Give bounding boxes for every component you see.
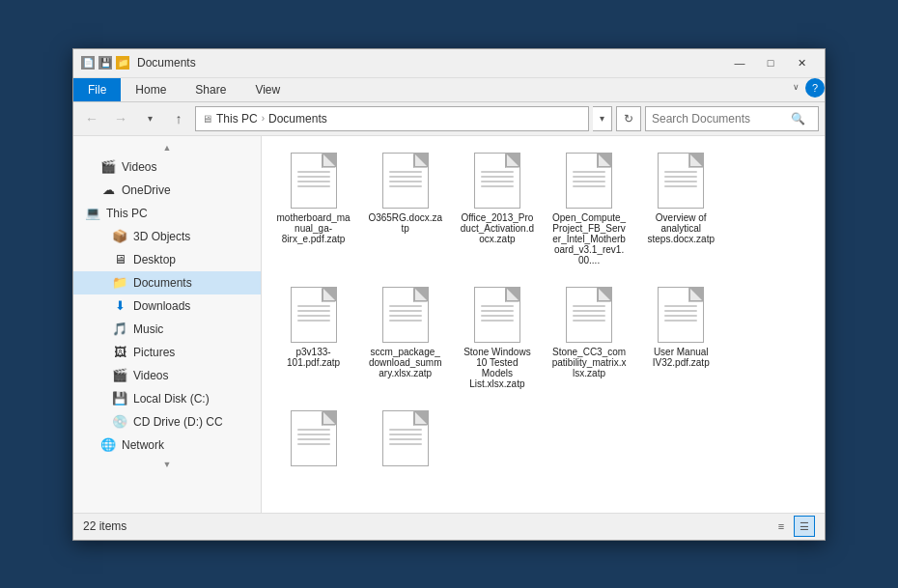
- help-button[interactable]: ?: [805, 78, 825, 98]
- videos2-icon: 🎬: [112, 368, 127, 383]
- sidebar-item-3d-objects[interactable]: 📦 3D Objects: [73, 225, 261, 248]
- list-item[interactable]: motherboard_manual_ga-8irx_e.pdf.zatp: [271, 146, 355, 272]
- list-item[interactable]: Stone_CC3_compatibility_matrix.xlsx.zatp: [547, 280, 631, 396]
- file-doc-icon: [658, 287, 704, 343]
- sidebar-item-cd-drive[interactable]: 💿 CD Drive (D:) CC: [73, 410, 261, 434]
- file-doc-icon: [474, 287, 520, 343]
- status-bar: 22 items ≡ ☰: [73, 513, 825, 540]
- sidebar-item-network[interactable]: 🌐 Network: [73, 434, 261, 457]
- music-icon: 🎵: [112, 322, 127, 337]
- breadcrumb-this-pc[interactable]: This PC: [216, 112, 258, 126]
- sidebar-item-this-pc[interactable]: 💻 This PC: [73, 202, 261, 225]
- file-name: p3v133-101.pdf.zatp: [276, 347, 351, 368]
- videos-icon: 🎬: [100, 159, 116, 175]
- file-doc-icon: [566, 153, 612, 209]
- sidebar-item-music[interactable]: 🎵 Music: [73, 318, 261, 341]
- tab-home[interactable]: Home: [121, 78, 181, 101]
- sidebar-item-label: This PC: [106, 207, 148, 220]
- address-bar-icon: 🖥: [202, 113, 212, 125]
- tab-file[interactable]: File: [73, 78, 121, 101]
- forward-button[interactable]: →: [108, 107, 133, 130]
- list-item[interactable]: Office_2013_Product_Activation.docx.zatp: [455, 146, 539, 272]
- list-item[interactable]: Stone Windows 10 Tested Models List.xlsx…: [455, 280, 539, 396]
- onedrive-icon: ☁: [100, 182, 116, 198]
- documents-icon: 📁: [112, 275, 127, 291]
- sidebar-item-label: Music: [133, 322, 163, 336]
- file-doc-icon: [382, 287, 429, 343]
- sidebar-item-label: Pictures: [133, 346, 175, 359]
- sidebar-item-label: CD Drive (D:) CC: [133, 415, 223, 429]
- cd-drive-icon: 💿: [112, 414, 127, 430]
- view-list-button[interactable]: ≡: [771, 516, 792, 537]
- minimize-button[interactable]: —: [724, 51, 755, 74]
- breadcrumb-documents[interactable]: Documents: [268, 112, 327, 126]
- view-details-button[interactable]: ☰: [794, 516, 815, 537]
- sidebar-scroll-down[interactable]: ▼: [162, 459, 172, 470]
- address-bar[interactable]: 🖥 This PC › Documents: [195, 106, 589, 131]
- sidebar-item-pictures[interactable]: 🖼 Pictures: [73, 341, 261, 364]
- list-item[interactable]: Overview of analytical steps.docx.zatp: [639, 146, 723, 272]
- sidebar-item-local-disk[interactable]: 💾 Local Disk (C:): [73, 387, 261, 410]
- title-bar: 📄 💾 📁 Documents — □ ✕: [73, 49, 825, 78]
- this-pc-icon: 💻: [85, 206, 100, 221]
- file-doc-icon: [566, 287, 612, 343]
- sidebar-scroll-up[interactable]: ▲: [162, 142, 172, 154]
- close-button[interactable]: ✕: [786, 51, 817, 74]
- title-bar-icons: 📄 💾 📁: [81, 56, 129, 70]
- tab-view[interactable]: View: [240, 78, 295, 101]
- toolbar: ← → ▾ ↑ 🖥 This PC › Documents ▾ ↻ 🔍: [73, 102, 825, 136]
- file-content: motherboard_manual_ga-8irx_e.pdf.zatp O3…: [262, 136, 825, 513]
- ribbon-chevron[interactable]: ∨: [787, 78, 805, 101]
- 3d-objects-icon: 📦: [112, 229, 127, 244]
- file-name: O365RG.docx.zatp: [368, 212, 442, 234]
- file-doc-icon: [382, 410, 429, 466]
- sidebar-item-desktop[interactable]: 🖥 Desktop: [73, 248, 261, 271]
- file-doc-icon: [658, 153, 704, 209]
- file-doc-icon: [291, 410, 337, 466]
- list-item[interactable]: [271, 404, 355, 477]
- file-explorer-window: 📄 💾 📁 Documents — □ ✕ File Home Share Vi…: [72, 48, 826, 541]
- sidebar-item-downloads[interactable]: ⬇ Downloads: [73, 294, 261, 318]
- search-box[interactable]: 🔍: [645, 106, 819, 131]
- local-disk-icon: 💾: [112, 391, 127, 406]
- sidebar-item-label: Desktop: [133, 253, 176, 266]
- window-title: Documents: [137, 56, 724, 70]
- sidebar-item-label: OneDrive: [122, 183, 171, 197]
- file-name: Open_Compute_Project_FB_Server_Intel_Mot…: [551, 212, 626, 266]
- sidebar-item-label: Local Disk (C:): [133, 392, 210, 406]
- list-item[interactable]: sccm_package_download_summary.xlsx.zatp: [363, 280, 447, 396]
- file-name: Stone Windows 10 Tested Models List.xlsx…: [460, 347, 534, 389]
- search-input[interactable]: [652, 112, 787, 126]
- address-chevron[interactable]: ▾: [593, 106, 612, 131]
- items-count: 22 items: [83, 519, 126, 533]
- sidebar-item-label: Downloads: [133, 299, 190, 313]
- sidebar-item-videos2[interactable]: 🎬 Videos: [73, 364, 261, 387]
- list-item[interactable]: Open_Compute_Project_FB_Server_Intel_Mot…: [547, 146, 631, 272]
- refresh-button[interactable]: ↻: [616, 106, 641, 131]
- list-item[interactable]: p3v133-101.pdf.zatp: [271, 280, 355, 396]
- maximize-button[interactable]: □: [755, 51, 786, 74]
- up-button[interactable]: ↑: [166, 107, 191, 130]
- list-item[interactable]: [363, 404, 447, 477]
- sidebar: ▲ 🎬 Videos ☁ OneDrive 💻 This PC 📦 3D Obj…: [73, 136, 262, 513]
- network-icon: 🌐: [100, 437, 116, 453]
- list-item[interactable]: User Manual IV32.pdf.zatp: [639, 280, 723, 396]
- list-item[interactable]: O365RG.docx.zatp: [363, 146, 447, 272]
- sidebar-item-label: Documents: [133, 276, 192, 290]
- sidebar-item-label: Network: [122, 438, 164, 452]
- search-icon: 🔍: [791, 112, 805, 126]
- downloads-icon: ⬇: [112, 298, 127, 314]
- tab-share[interactable]: Share: [181, 78, 240, 101]
- page-icon: 📄: [81, 56, 95, 70]
- dropdown-history-button[interactable]: ▾: [137, 107, 162, 130]
- sidebar-item-onedrive[interactable]: ☁ OneDrive: [73, 179, 261, 202]
- window-controls: — □ ✕: [724, 51, 817, 74]
- sidebar-item-videos[interactable]: 🎬 Videos: [73, 155, 261, 179]
- sidebar-item-documents[interactable]: 📁 Documents: [73, 271, 261, 294]
- sidebar-item-label: Videos: [122, 160, 156, 174]
- file-doc-icon: [291, 153, 337, 209]
- folder-icon-title: 📁: [116, 56, 129, 70]
- breadcrumb-sep: ›: [262, 113, 265, 124]
- sidebar-item-label: 3D Objects: [133, 230, 190, 243]
- back-button[interactable]: ←: [79, 107, 104, 130]
